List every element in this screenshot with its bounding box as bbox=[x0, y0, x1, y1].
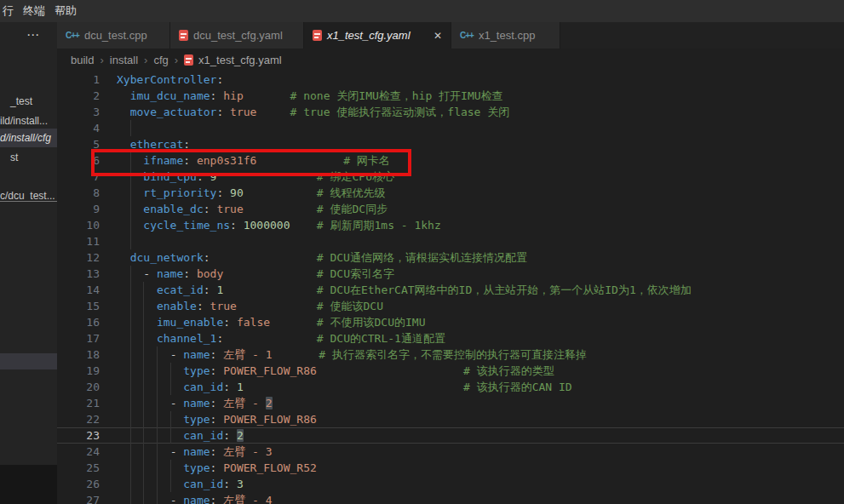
line-content: - name: 左臂 - 4 bbox=[117, 492, 273, 504]
code-editor[interactable]: 1XyberController:2 imu_dcu_name: hip # n… bbox=[57, 72, 844, 504]
indent-guide bbox=[157, 427, 158, 444]
code-line-4[interactable]: 4 bbox=[57, 120, 844, 136]
indent-guide bbox=[157, 363, 158, 379]
indent-guide bbox=[170, 363, 171, 379]
code-line-21[interactable]: 21 - name: 左臂 - 2 bbox=[57, 395, 844, 411]
indent-guide bbox=[143, 444, 144, 460]
line-number: 17 bbox=[57, 330, 100, 346]
code-line-13[interactable]: 13 - name: body # DCU索引名字 bbox=[57, 266, 844, 282]
token bbox=[223, 267, 317, 280]
token bbox=[244, 381, 463, 393]
indent-guide bbox=[143, 363, 144, 379]
indent-guide bbox=[143, 492, 144, 504]
code-line-8[interactable]: 8 rt_priority: 90 # 线程优先级 bbox=[57, 185, 844, 201]
tab-dcu_test-cpp[interactable]: C++dcu_test.cpp bbox=[57, 22, 170, 49]
line-content: type: POWER_FLOW_R52 bbox=[117, 460, 317, 476]
code-line-14[interactable]: 14 ecat_id: 1 # DCU在EtherCAT网络中的ID，从主站开始… bbox=[57, 282, 844, 298]
token: : bbox=[210, 364, 224, 377]
close-icon[interactable]: ✕ bbox=[428, 30, 442, 42]
code-line-16[interactable]: 16 imu_enable: false # 不使用该DCU的IMU bbox=[57, 314, 844, 330]
indent-guide bbox=[130, 120, 131, 136]
token bbox=[117, 138, 130, 151]
token: bind_cpu bbox=[143, 170, 197, 183]
code-line-3[interactable]: 3 move_actuator: true # true 使能执行器运动测试，f… bbox=[57, 104, 844, 120]
token bbox=[117, 332, 157, 345]
line-content: can_id: 2 bbox=[117, 427, 244, 444]
code-line-20[interactable]: 20 can_id: 1 # 该执行器的CAN ID bbox=[57, 379, 844, 395]
indent-guide bbox=[157, 492, 158, 504]
token: type bbox=[183, 413, 210, 426]
token: type bbox=[183, 364, 210, 377]
breadcrumb: build›install›cfg›x1_test_cfg.yaml bbox=[57, 49, 844, 72]
breadcrumb-item-install[interactable]: install bbox=[110, 54, 138, 66]
menu-item-1[interactable]: 终端 bbox=[21, 3, 53, 19]
sidebar-item-0[interactable]: _test bbox=[0, 92, 57, 111]
line-number: 25 bbox=[57, 460, 100, 476]
sidebar-item-2[interactable]: d/install/cfg bbox=[0, 129, 57, 147]
token: can_id bbox=[183, 478, 223, 490]
tab-x1_test_cfg-yaml[interactable]: x1_test_cfg.yaml✕ bbox=[304, 22, 451, 49]
token: : bbox=[183, 138, 190, 151]
menu-item-0[interactable]: 行 bbox=[1, 3, 21, 19]
code-line-5[interactable]: 5 ethercat: bbox=[57, 136, 844, 152]
token bbox=[270, 316, 317, 329]
code-line-26[interactable]: 26 can_id: 3 bbox=[57, 476, 844, 492]
line-number: 22 bbox=[57, 411, 100, 427]
token: 3 bbox=[237, 478, 244, 490]
code-line-2[interactable]: 2 imu_dcu_name: hip # none 关闭IMU检查，hip 打… bbox=[57, 88, 844, 104]
code-line-18[interactable]: 18 - name: 左臂 - 1 # 执行器索引名字，不需要控制的执行器可直接… bbox=[57, 346, 844, 363]
token: : bbox=[210, 397, 224, 410]
sidebar-highlight-band bbox=[0, 353, 57, 369]
tab-bar: C++dcu_test.cppdcu_test_cfg.yamlx1_test_… bbox=[57, 22, 844, 49]
indent-guide bbox=[130, 427, 131, 444]
code-line-1[interactable]: 1XyberController: bbox=[57, 72, 844, 88]
line-number: 3 bbox=[57, 104, 100, 120]
indent-guide bbox=[130, 185, 131, 201]
indent-guide bbox=[130, 201, 131, 217]
code-line-12[interactable]: 12 dcu_network: # DCU通信网络，请根据实机连接情况配置 bbox=[57, 249, 844, 266]
code-line-27[interactable]: 27 - name: 左臂 - 4 bbox=[57, 492, 844, 504]
line-number: 20 bbox=[57, 379, 100, 395]
chevron-right-icon: › bbox=[144, 54, 147, 66]
token bbox=[256, 154, 343, 167]
code-line-24[interactable]: 24 - name: 左臂 - 3 bbox=[57, 444, 844, 460]
code-line-17[interactable]: 17 channel_1: # DCU的CTRL-1通道配置 bbox=[57, 330, 844, 346]
tab-x1_test-cpp[interactable]: C++x1_test.cpp bbox=[451, 22, 560, 49]
line-number: 5 bbox=[57, 136, 100, 152]
code-line-7[interactable]: 7 bind_cpu: 9 # 绑定CPU核心 bbox=[57, 169, 844, 185]
indent-guide bbox=[130, 314, 131, 330]
token bbox=[223, 332, 317, 345]
code-line-23[interactable]: 23 can_id: 2 bbox=[57, 427, 844, 444]
token: true bbox=[230, 106, 256, 118]
breadcrumb-item-build[interactable]: build bbox=[71, 54, 94, 66]
token bbox=[317, 364, 463, 377]
token: : bbox=[210, 413, 224, 426]
code-line-25[interactable]: 25 type: POWER_FLOW_R52 bbox=[57, 460, 844, 476]
line-number: 10 bbox=[57, 217, 100, 233]
more-actions-icon[interactable]: ⋯ bbox=[26, 27, 40, 43]
line-content: XyberController: bbox=[117, 72, 223, 88]
tab-dcu_test_cfg-yaml[interactable]: dcu_test_cfg.yaml bbox=[170, 22, 304, 49]
code-line-10[interactable]: 10 cycle_time_ns: 1000000 # 刷新周期1ms - 1k… bbox=[57, 217, 844, 233]
code-line-15[interactable]: 15 enable: true # 使能该DCU bbox=[57, 298, 844, 314]
indent-guide bbox=[130, 411, 131, 427]
breadcrumb-item-cfg[interactable]: cfg bbox=[153, 54, 168, 66]
code-line-19[interactable]: 19 type: POWER_FLOW_R86 # 该执行器的类型 bbox=[57, 363, 844, 379]
menu-item-2[interactable]: 帮助 bbox=[53, 3, 84, 19]
code-line-22[interactable]: 22 type: POWER_FLOW_R86 bbox=[57, 411, 844, 427]
token: true bbox=[210, 300, 237, 312]
tab-label: dcu_test_cfg.yaml bbox=[193, 29, 283, 42]
code-line-11[interactable]: 11 bbox=[57, 233, 844, 249]
line-content: cycle_time_ns: 1000000 # 刷新周期1ms - 1khz bbox=[117, 217, 441, 233]
token: # 该执行器的类型 bbox=[463, 364, 554, 377]
breadcrumb-file[interactable]: x1_test_cfg.yaml bbox=[184, 54, 282, 66]
code-line-9[interactable]: 9 enable_dc: true # 使能DC同步 bbox=[57, 201, 844, 217]
sidebar-item-4[interactable]: c/dcu_test... bbox=[0, 186, 57, 205]
token bbox=[244, 203, 317, 215]
indent-guide bbox=[130, 363, 131, 379]
sidebar-item-3[interactable]: st bbox=[0, 148, 57, 167]
line-number: 23 bbox=[57, 427, 100, 444]
indent-guide bbox=[143, 395, 144, 411]
code-line-6[interactable]: 6 ifname: enp0s31f6 # 网卡名 bbox=[57, 152, 844, 169]
sidebar-item-1[interactable]: ild/install... bbox=[0, 112, 57, 130]
